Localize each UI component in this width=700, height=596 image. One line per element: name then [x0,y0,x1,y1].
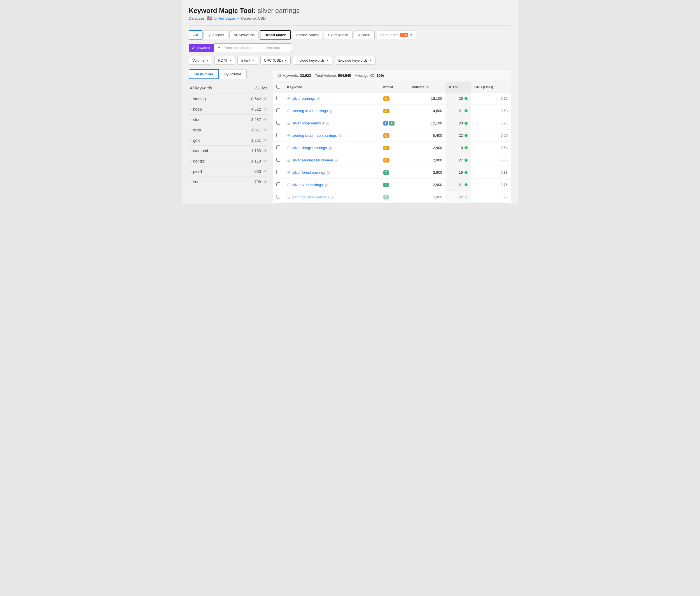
intent-cell: C [380,129,409,142]
keyword-link[interactable]: silver stud earrings [292,183,323,187]
eye-icon[interactable]: 👁 [263,107,267,111]
keyword-link[interactable]: sterling silver hoop earrings [292,133,337,138]
add-circle-icon[interactable]: ⊕ [287,96,291,101]
tab-languages[interactable]: Languages true ▼ [377,30,416,39]
table-header-row: Keyword Intent Volume ⇅ KD % [273,82,511,93]
avg-kd-value: 10% [377,73,384,78]
keyword-link[interactable]: silver dangle earrings [292,146,327,150]
add-circle-icon[interactable]: ⊕ [287,108,291,114]
volume-col-header[interactable]: Volume ⇅ [408,82,445,93]
keyword-link[interactable]: silver earrings for women [292,158,333,162]
volume-cell: 2,900 [408,154,445,167]
intent-cell: T [380,179,409,191]
table-row: ⊕silver stud earrings▤T2,900210.75 [273,179,511,191]
eye-icon[interactable]: 👁 [263,128,267,132]
kd-cell: 8 [445,142,471,154]
chevron-right-icon: › [190,97,191,101]
keyword-link[interactable]: sterling silver earrings [292,109,328,113]
volume-sort-icon: ⇅ [426,85,429,89]
all-keywords-label: All keywords: [278,73,299,78]
intent-cell: C [380,142,409,154]
tab-related[interactable]: Related [354,30,374,39]
country-name: United States [214,16,235,21]
intent-badge: T [383,170,389,175]
domain-input[interactable]: ✦ Enter domain for personalized data [214,44,292,52]
add-circle-icon[interactable]: ⊕ [287,121,291,126]
avg-kd-label: Average KD: [355,73,375,78]
list-item[interactable]: › stud 3,287 👁 [189,115,268,125]
row-checkbox[interactable] [276,195,280,199]
list-item[interactable]: › hoop 4,622 👁 [189,104,268,115]
add-circle-icon[interactable]: ⊕ [287,157,291,163]
eye-icon[interactable]: 👁 [263,149,267,153]
tab-questions[interactable]: Questions [204,30,229,39]
row-checkbox[interactable] [276,182,280,187]
filter-volume[interactable]: Volume ▼ [189,56,212,65]
header-divider [189,25,511,26]
kd-cell: 27 [445,154,471,167]
tab-exact-match[interactable]: Exact Match [324,30,353,39]
list-item[interactable]: › gold 1,251 👁 [189,135,268,146]
keyword-link[interactable]: silver earrings [292,96,315,101]
list-item[interactable]: › diamond 1,133 👁 [189,146,268,156]
chevron-right-icon: › [190,118,191,121]
add-circle-icon[interactable]: ⊕ [287,133,291,138]
list-item[interactable]: › dangle 1,119 👁 [189,156,268,167]
kd-dot-icon [465,196,468,199]
ai-powered-badge: AI-powered [189,44,214,52]
eye-icon[interactable]: 👁 [263,169,267,174]
tab-broad-match[interactable]: Broad Match [260,30,291,40]
keyword-link[interactable]: earrings silver earrings [292,195,329,199]
keyword-link[interactable]: silver forest earrings [292,170,325,175]
sort-by-volume-button[interactable]: By volume [219,69,247,79]
list-item[interactable]: › set 798 👁 [189,177,268,187]
tab-all[interactable]: All [189,30,203,40]
kd-dot-icon [465,171,468,174]
filter-exclude[interactable]: Exclude keywords ▼ [335,56,375,65]
kd-cell: 21 [445,179,471,191]
add-circle-icon[interactable]: ⊕ [287,145,291,150]
languages-chevron-icon: ▼ [410,33,413,36]
eye-icon[interactable]: 👁 [263,138,267,143]
stats-row: All keywords: 32,923 Total Volume: 504,5… [273,70,511,82]
add-circle-icon[interactable]: ⊕ [287,182,291,188]
add-circle-icon[interactable]: ⊕ [287,170,291,175]
list-item[interactable]: › pearl 963 👁 [189,167,268,177]
list-item[interactable]: › sterling 10,542 👁 [189,94,268,104]
list-item[interactable]: › drop 1,971 👁 [189,125,268,135]
eye-icon[interactable]: 👁 [263,159,267,164]
row-checkbox-cell [273,129,284,142]
filter-include[interactable]: Include keywords ▼ [293,56,332,65]
select-all-checkbox[interactable] [276,84,280,89]
eye-icon[interactable]: 👁 [263,180,267,184]
row-checkbox[interactable] [276,133,280,137]
intent-badge: C [383,158,389,163]
table-row: ⊕silver forest earrings▤T2,900190.33 [273,167,511,179]
keyword-link[interactable]: silver hoop earrings [292,121,324,125]
country-selector[interactable]: 🇺🇸 United States ▼ [207,16,239,21]
row-checkbox[interactable] [276,145,280,149]
eye-icon[interactable]: 👁 [263,97,267,101]
sidebar-all-item[interactable]: All keywords 32,923 [189,83,268,94]
tab-phrase-match[interactable]: Phrase Match [292,30,323,39]
filter-kd[interactable]: KD % ▼ [214,56,235,65]
tab-all-keywords[interactable]: All Keywords [229,30,259,39]
table-row: ⊕sterling silver earrings▤C14,800210.68 [273,105,511,117]
sidebar-count: 1,971 [251,128,261,132]
row-checkbox[interactable] [276,108,280,113]
kd-value: 27 [459,158,463,162]
row-checkbox[interactable] [276,170,280,174]
eye-icon[interactable]: 👁 [263,117,267,122]
cpc-cell: 0.73 [471,117,511,129]
filter-intent[interactable]: Intent ▼ [237,56,258,65]
kd-value: 22 [459,195,463,199]
sidebar-count: 3,287 [251,117,261,122]
add-circle-icon[interactable]: ⊕ [287,195,291,200]
row-checkbox[interactable] [276,96,280,100]
row-checkbox[interactable] [276,121,280,125]
title-query: silver earrings [258,7,299,14]
ai-row: AI-powered ✦ Enter domain for personaliz… [189,44,511,52]
sort-by-number-button[interactable]: By number [189,69,219,79]
row-checkbox[interactable] [276,158,280,162]
filter-cpc[interactable]: CPC (USD) ▼ [260,56,291,65]
